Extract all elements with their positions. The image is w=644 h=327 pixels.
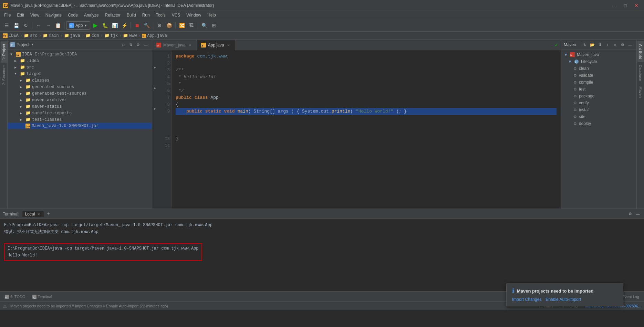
menu-code[interactable]: Code — [65, 12, 81, 18]
gutter-fold-6[interactable]: ▶ — [152, 85, 158, 92]
maven-plus-btn[interactable]: + — [604, 41, 611, 48]
terminal-btn[interactable]: ⊞ — [209, 21, 218, 30]
stop-btn[interactable]: ⏹ — [133, 21, 142, 30]
breadcrumb-www[interactable]: 📁 www — [123, 33, 137, 38]
menu-navigate[interactable]: Navigate — [43, 12, 64, 18]
toolbar-recent-btn[interactable]: 📋 — [53, 21, 62, 30]
maven-install[interactable]: ⚙ install — [561, 106, 636, 113]
tree-gen-sources[interactable]: ▶ 📁 generated-sources — [8, 84, 152, 90]
toolbar-menu-btn[interactable]: ☰ — [2, 21, 11, 30]
maven-minimize-btn[interactable]: — — [627, 41, 634, 48]
terminal-tab-close[interactable]: × — [36, 212, 41, 217]
terminal-add-btn[interactable]: + — [46, 211, 50, 217]
tab-maven-java[interactable]: M Maven_java × — [152, 40, 197, 50]
rebuild-btn[interactable]: 🔨 — [142, 21, 151, 30]
code-editor[interactable]: ▶ ▶ ▶ 1 2 3 4 5 6 7 8 9 — [152, 50, 561, 209]
search-btn[interactable]: 🔍 — [200, 21, 209, 30]
terminal-local-tab[interactable]: Local × — [22, 211, 44, 217]
menu-analyze[interactable]: Analyze — [81, 12, 102, 18]
gutter-fold-9[interactable]: ▶ — [152, 105, 158, 112]
close-button[interactable]: ✕ — [632, 2, 641, 9]
sidebar-locate-btn[interactable]: ⊕ — [120, 41, 126, 48]
debug-btn[interactable]: 🐛 — [101, 21, 110, 30]
import-changes-link[interactable]: Import Changes — [512, 297, 541, 302]
maven-site[interactable]: ⚙ site — [561, 113, 636, 120]
maven-settings-btn[interactable]: ⚙ — [619, 41, 626, 48]
maven-package[interactable]: ⚙ package — [561, 93, 636, 99]
tree-gen-test-sources[interactable]: ▶ 📁 generated-test-sources — [8, 90, 152, 97]
menu-run[interactable]: Run — [139, 12, 153, 18]
tree-root[interactable]: ▼ IJ IDEA E:\ProgramBc\IDEA — [8, 51, 152, 57]
right-tab-database[interactable]: Database — [637, 62, 644, 84]
maven-project-root[interactable]: ▼ M Maven_java — [561, 51, 636, 58]
settings-btn[interactable]: ⚙ — [155, 21, 164, 30]
tab-maven-close[interactable]: × — [188, 43, 193, 48]
left-tab-structure[interactable]: 2: Structure — [1, 63, 7, 88]
tree-surefire[interactable]: ▶ 📁 surefire-reports — [8, 110, 152, 116]
run-btn[interactable]: ▶ — [91, 21, 100, 30]
maven-compile[interactable]: ⚙ compile — [561, 79, 636, 86]
breadcrumb-com[interactable]: 📁 com — [85, 33, 99, 38]
tree-jar-file[interactable]: JAR Maven_java-1.0-SNAPSHOT.jar — [8, 123, 152, 129]
toolbar-sync-btn[interactable]: ↻ — [21, 21, 30, 30]
breadcrumb-tjk[interactable]: 📁 tjk — [104, 33, 118, 38]
menu-file[interactable]: File — [1, 12, 13, 18]
menu-help[interactable]: Help — [205, 12, 219, 18]
maven-clean[interactable]: ⚙ clean — [561, 65, 636, 72]
breadcrumb-appjava[interactable]: J App.java — [142, 33, 167, 38]
coverage-btn[interactable]: 📊 — [110, 21, 119, 30]
tree-src-folder[interactable]: ▶ 📁 src — [8, 64, 152, 71]
gutter-fold-3[interactable]: ▶ — [152, 64, 158, 71]
maven-lifecycle-header[interactable]: ▼ L Lifecycle — [561, 58, 636, 65]
menu-tools[interactable]: Tools — [153, 12, 168, 18]
maven-test[interactable]: ⚙ test — [561, 86, 636, 93]
terminal-minimize-btn[interactable]: — — [634, 211, 641, 218]
toolbar-forward-btn[interactable]: → — [44, 21, 53, 30]
right-tab-maven[interactable]: Maven — [637, 84, 644, 101]
toolbar-back-btn[interactable]: ← — [34, 21, 43, 30]
breadcrumb-idea[interactable]: IJ IDEA — [3, 33, 19, 38]
menu-view[interactable]: View — [28, 12, 42, 18]
tab-app-java[interactable]: J App.java × — [197, 40, 236, 50]
maven-verify[interactable]: ⚙ verify — [561, 99, 636, 106]
tree-classes-folder[interactable]: ▶ 📁 classes — [8, 77, 152, 84]
terminal-settings-btn[interactable]: ⚙ — [627, 211, 634, 218]
menu-window[interactable]: Window — [184, 12, 204, 18]
enable-auto-import-link[interactable]: Enable Auto-Import — [546, 297, 581, 302]
tree-target-folder[interactable]: ▼ 📁 target — [8, 71, 152, 77]
minimize-button[interactable]: — — [610, 2, 619, 9]
tree-idea-folder[interactable]: ▶ 📁 .idea — [8, 57, 152, 64]
breadcrumb-java[interactable]: 📁 java — [64, 33, 80, 38]
toolbar-save-btn[interactable]: 💾 — [12, 21, 21, 30]
tab-appjava-close[interactable]: × — [226, 43, 231, 48]
sidebar-sort-btn[interactable]: ⇅ — [127, 41, 134, 48]
tree-maven-archiver[interactable]: ▶ 📁 maven-archiver — [8, 97, 152, 103]
tree-test-classes[interactable]: ▶ 📁 test-classes — [8, 116, 152, 123]
maven-add-btn[interactable]: 📂 — [589, 41, 596, 48]
maven-deploy[interactable]: ⚙ deploy — [561, 120, 636, 127]
menu-edit[interactable]: Edit — [14, 12, 27, 18]
menu-vcs[interactable]: VCS — [169, 12, 183, 18]
vcs-btn[interactable]: 🔀 — [177, 21, 186, 30]
terminal-content[interactable]: E:\ProgramBc\IDEA>java -cp target/target… — [0, 219, 644, 291]
sidebar-settings-btn[interactable]: ⚙ — [135, 41, 142, 48]
right-tab-ant[interactable]: Ant Build — [637, 41, 644, 62]
left-tab-project[interactable]: 1: Project — [1, 41, 7, 63]
terminal-bottom-btn[interactable]: >_ Terminal — [30, 294, 54, 299]
build-btn[interactable]: 🏗 — [187, 21, 196, 30]
todo-btn[interactable]: ≡ 6: TODO — [3, 294, 28, 299]
sidebar-minimize-btn[interactable]: — — [142, 41, 149, 48]
profile-btn[interactable]: ⚡ — [120, 21, 129, 30]
run-config-selector[interactable]: A App ▼ — [66, 21, 90, 30]
tree-maven-status[interactable]: ▶ 📁 maven-status — [8, 103, 152, 110]
menu-build[interactable]: Build — [124, 12, 139, 18]
sdk-btn[interactable]: 📦 — [165, 21, 174, 30]
breadcrumb-main[interactable]: 📁 main — [43, 33, 59, 38]
menu-refactor[interactable]: Refactor — [102, 12, 123, 18]
maven-more-btn[interactable]: » — [612, 41, 619, 48]
breadcrumb-src[interactable]: 📁 src — [24, 33, 38, 38]
maven-reload-btn[interactable]: ↻ — [581, 41, 588, 48]
code-content[interactable]: package com.tjk.www; /** * Hello world! … — [172, 50, 561, 209]
maximize-button[interactable]: □ — [621, 2, 630, 9]
maven-download-btn[interactable]: ⬇ — [596, 41, 603, 48]
